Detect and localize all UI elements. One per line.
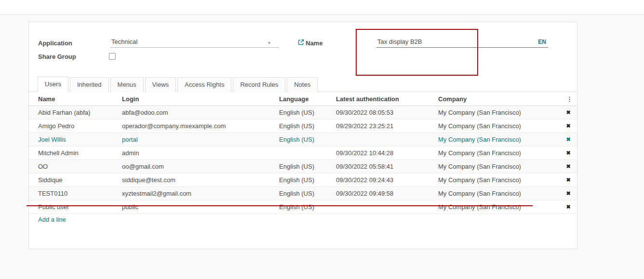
optional-columns-kebab-icon[interactable]: ⋮ xyxy=(560,93,577,106)
cell-language[interactable]: English (US) xyxy=(279,133,336,146)
external-link-icon[interactable] xyxy=(298,39,304,47)
cell-company[interactable]: My Company (San Francisco) xyxy=(438,146,560,159)
cell-login[interactable]: oo@gmail.com xyxy=(122,160,279,173)
name-value[interactable]: Tax display B2B xyxy=(376,38,422,45)
table-row[interactable]: Siddiquesiddique@test.comEnglish (US)09/… xyxy=(29,173,577,187)
cell-login[interactable]: siddique@test.com xyxy=(122,173,279,186)
tab-views[interactable]: Views xyxy=(145,77,176,92)
share-group-checkbox[interactable] xyxy=(109,53,116,60)
cell-name[interactable]: OO xyxy=(38,160,122,173)
tab-notes[interactable]: Notes xyxy=(287,77,318,92)
cell-login[interactable]: xyztestmail2@gmail.com xyxy=(122,187,279,200)
cell-latest-authentication[interactable]: 09/30/2022 08:05:53 xyxy=(336,106,438,119)
cell-name[interactable]: TEST0110 xyxy=(38,187,122,200)
top-bar xyxy=(0,0,644,15)
tab-access-rights[interactable]: Access Rights xyxy=(177,77,231,92)
column-header-login[interactable]: Login xyxy=(122,93,279,106)
cell-language[interactable]: English (US) xyxy=(279,200,336,213)
cell-latest-authentication[interactable]: 09/30/2022 09:24:43 xyxy=(336,173,438,186)
table-row[interactable]: Abid Farhan (abfa)abfa@odoo.comEnglish (… xyxy=(29,106,577,120)
delete-row-icon[interactable]: ✖ xyxy=(560,120,577,133)
tab-inherited[interactable]: Inherited xyxy=(70,77,109,92)
table-row[interactable]: Joel WillisportalEnglish (US)My Company … xyxy=(29,133,577,146)
cell-latest-authentication[interactable]: 09/30/2022 09:49:58 xyxy=(336,187,438,200)
cell-latest-authentication[interactable]: 09/30/2022 05:58:41 xyxy=(336,160,438,173)
tab-users[interactable]: Users xyxy=(38,77,68,92)
name-label: Name xyxy=(306,40,322,47)
chevron-down-icon[interactable]: ▾ xyxy=(268,40,270,45)
cell-language[interactable]: English (US) xyxy=(279,160,336,173)
table-row[interactable]: TEST0110xyztestmail2@gmail.comEnglish (U… xyxy=(29,187,577,200)
tab-bar: UsersInheritedMenusViewsAccess RightsRec… xyxy=(29,77,577,92)
column-header-name[interactable]: Name xyxy=(38,93,122,106)
delete-row-icon[interactable]: ✖ xyxy=(560,146,577,159)
tab-record-rules[interactable]: Record Rules xyxy=(233,77,285,92)
group-form-card: Application Technical ▾ Name Tax display… xyxy=(28,22,577,249)
cell-login[interactable]: abfa@odoo.com xyxy=(122,106,279,119)
cell-latest-authentication[interactable]: 09/30/2022 10:44:28 xyxy=(336,146,438,159)
cell-name[interactable]: Mitchell Admin xyxy=(38,146,122,159)
cell-company[interactable]: My Company (San Francisco) xyxy=(438,133,560,146)
table-row[interactable]: Mitchell Adminadmin09/30/2022 10:44:28My… xyxy=(29,146,577,160)
cell-name[interactable]: Amigo Pedro xyxy=(38,120,122,133)
cell-language[interactable]: English (US) xyxy=(279,106,336,119)
delete-row-icon[interactable]: ✖ xyxy=(560,160,577,173)
cell-latest-authentication[interactable] xyxy=(336,200,438,213)
cell-login[interactable]: admin xyxy=(122,146,279,159)
cell-language[interactable]: English (US) xyxy=(279,187,336,200)
cell-login[interactable]: portal xyxy=(122,133,279,146)
cell-language[interactable]: English (US) xyxy=(279,173,336,186)
cell-login[interactable]: operador@company.mxexample.com xyxy=(122,120,279,133)
share-group-label: Share Group xyxy=(38,53,76,60)
form-area: Application Technical ▾ Name Tax display… xyxy=(38,37,568,75)
cell-login[interactable]: public xyxy=(122,200,279,213)
delete-row-icon[interactable]: ✖ xyxy=(560,200,577,213)
cell-name[interactable]: Abid Farhan (abfa) xyxy=(38,106,122,119)
column-header-company[interactable]: Company xyxy=(438,93,560,106)
add-a-line-link[interactable]: Add a line xyxy=(38,216,66,223)
cell-name[interactable]: Joel Willis xyxy=(38,133,122,146)
table-body: Abid Farhan (abfa)abfa@odoo.comEnglish (… xyxy=(29,106,577,214)
tab-menus[interactable]: Menus xyxy=(110,77,144,92)
cell-company[interactable]: My Company (San Francisco) xyxy=(438,187,560,200)
column-header-latest-authentication[interactable]: Latest authentication xyxy=(336,93,438,106)
cell-language[interactable]: English (US) xyxy=(279,120,336,133)
cell-language[interactable] xyxy=(279,146,336,159)
cell-latest-authentication[interactable] xyxy=(336,133,438,146)
cell-name[interactable]: Public user xyxy=(38,200,122,213)
cell-company[interactable]: My Company (San Francisco) xyxy=(438,200,560,213)
delete-row-icon[interactable]: ✖ xyxy=(560,106,577,119)
column-header-language[interactable]: Language xyxy=(279,93,336,106)
cell-company[interactable]: My Company (San Francisco) xyxy=(438,160,560,173)
delete-row-icon[interactable]: ✖ xyxy=(560,173,577,186)
table-header: Name Login Language Latest authenticatio… xyxy=(29,93,577,106)
page: Application Technical ▾ Name Tax display… xyxy=(0,0,644,279)
cell-name[interactable]: Siddique xyxy=(38,173,122,186)
table-row[interactable]: OOoo@gmail.comEnglish (US)09/30/2022 05:… xyxy=(29,160,577,173)
delete-row-icon[interactable]: ✖ xyxy=(560,133,577,146)
application-label: Application xyxy=(38,40,72,47)
application-field[interactable]: Technical ▾ xyxy=(110,38,279,48)
delete-row-icon[interactable]: ✖ xyxy=(560,187,577,200)
cell-company[interactable]: My Company (San Francisco) xyxy=(438,173,560,186)
table-row[interactable]: Amigo Pedrooperador@company.mxexample.co… xyxy=(29,120,577,133)
name-field[interactable]: Tax display B2B EN xyxy=(376,38,548,48)
cell-company[interactable]: My Company (San Francisco) xyxy=(438,120,560,133)
application-value[interactable]: Technical xyxy=(110,38,137,45)
translate-lang-badge[interactable]: EN xyxy=(538,39,546,45)
cell-company[interactable]: My Company (San Francisco) xyxy=(438,106,560,119)
cell-latest-authentication[interactable]: 09/29/2022 23:25:21 xyxy=(336,120,438,133)
table-row[interactable]: Public userpublicEnglish (US)My Company … xyxy=(29,200,577,214)
